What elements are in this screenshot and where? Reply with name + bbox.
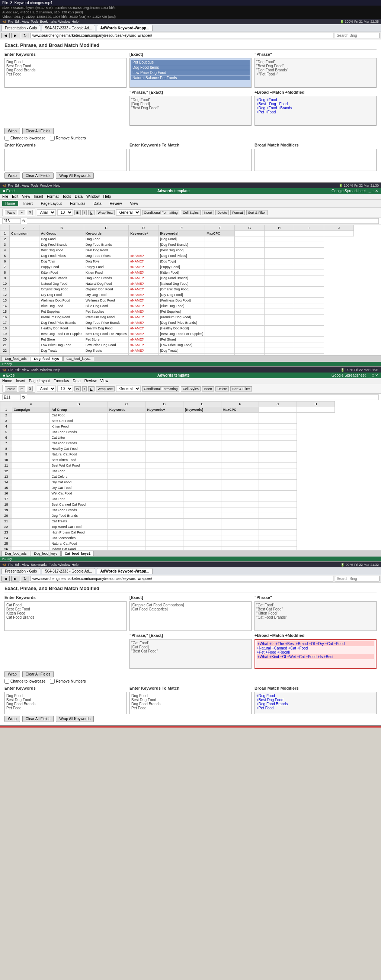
cell2-r26-c5[interactable] [221, 547, 259, 550]
cell2-r21-c5[interactable] [221, 519, 259, 524]
ribbon-insert-1[interactable]: Insert [21, 201, 36, 206]
ribbon-data-1[interactable]: Data [91, 201, 105, 206]
cell-r12-c0[interactable] [10, 292, 40, 298]
menu-edit-2[interactable]: Edit [15, 184, 21, 188]
cell-r2-c5[interactable] [205, 237, 235, 242]
col-g-header[interactable]: G [235, 225, 265, 231]
cell2-r15-c1[interactable]: Dry Cat Food [50, 485, 108, 491]
cell2-r16-c5[interactable] [221, 491, 259, 496]
clear-btn-1[interactable]: Clear All Fields [22, 128, 54, 134]
cell2-r23-c4[interactable] [183, 530, 222, 535]
cell2-r6-c4[interactable] [183, 435, 222, 441]
cell2-r24-c1[interactable]: Cat Accessories [50, 535, 108, 541]
cell2-r20-c2[interactable] [108, 513, 145, 519]
cell-r6-c2[interactable]: Dog Toys [84, 259, 129, 264]
menu-edit-excel-1[interactable]: Edit [12, 194, 18, 199]
cell-r17-c2[interactable]: Dog Food Price Brands [84, 320, 129, 326]
cell2-r11-c4[interactable] [183, 463, 222, 468]
cell2-r4-c5[interactable] [221, 424, 259, 430]
cell-r4-c1[interactable]: Best Dog Food [40, 248, 84, 253]
menu-bookmarks-4[interactable]: Bookmarks [30, 563, 47, 566]
cell2-r8-c1[interactable]: Healthy Cat Food [50, 446, 108, 452]
cell2-r25-c1[interactable]: Natural Cat Food [50, 541, 108, 547]
cell2-r25-c4[interactable] [183, 541, 222, 547]
cell-r17-c0[interactable] [10, 320, 40, 326]
menu-data-excel-2[interactable]: Data [73, 379, 81, 383]
cell2-r19-c3[interactable] [145, 508, 183, 513]
bold-btn-2[interactable]: B [75, 386, 81, 391]
cell2-r19-c1[interactable]: Cat Food Brands [50, 508, 108, 513]
cell-r22-c0[interactable] [10, 348, 40, 353]
cell2-r14-c4[interactable] [183, 480, 222, 485]
cell-r13-c2[interactable]: Wellness Dog Food [84, 298, 129, 303]
cell-r7-c1[interactable]: Puppy Food [40, 264, 84, 270]
cell-r4-c5[interactable] [205, 248, 235, 253]
cell2-r16-c1[interactable]: Wet Cat Food [50, 491, 108, 496]
cell-r9-c3[interactable]: #NAME? [129, 275, 158, 281]
cell-r15-c1[interactable]: Pet Supplies [40, 309, 84, 315]
conditional-format-btn-2[interactable]: Conditional Formatting [142, 386, 180, 391]
cell-r21-c5[interactable] [205, 342, 235, 348]
sort-btn-1[interactable]: Sort & Filter [246, 210, 268, 215]
col-c-header[interactable]: C [84, 225, 129, 231]
cell-r16-c3[interactable]: #NAME? [129, 315, 158, 320]
cell2-r20-c0[interactable] [12, 513, 50, 519]
cell2-r5-c1[interactable]: Cat Food Brands [50, 430, 108, 435]
cell2-r4-c1[interactable]: Kitten Food [50, 424, 108, 430]
cell2-r17-c0[interactable] [12, 496, 50, 502]
checkbox-numbers-3[interactable]: Remove Numbers [50, 679, 86, 684]
cell2-r24-c3[interactable] [145, 535, 183, 541]
cell-r2-c0[interactable] [10, 237, 40, 242]
cell-r22-c5[interactable] [205, 348, 235, 353]
tab-presentation[interactable]: Presentation - Gulp [2, 25, 40, 31]
cell-r10-c2[interactable]: Natural Dog Food [84, 281, 129, 286]
cell-r21-c3[interactable]: #NAME? [129, 342, 158, 348]
forward-button-2[interactable]: ▶ [11, 576, 19, 581]
cell2-r5-c5[interactable] [221, 430, 259, 435]
cell-r4-c3[interactable] [129, 248, 158, 253]
copy-btn-1[interactable]: ⧉ [27, 210, 33, 215]
cell2-r18-c1[interactable]: Best Canned Cat Food [50, 502, 108, 508]
cell-r5-c4[interactable]: [Dog Food Prices] [158, 253, 205, 259]
menu-help-2[interactable]: Help [53, 184, 60, 188]
cell-r10-c3[interactable]: #NAME? [129, 281, 158, 286]
bold-btn-1[interactable]: B [75, 210, 81, 215]
cell-r3-c5[interactable] [205, 242, 235, 248]
cell2-r13-c0[interactable] [12, 474, 50, 480]
cell-r22-c4[interactable]: [Dog Treats] [158, 348, 205, 353]
menu-help-4[interactable]: Help [72, 563, 78, 566]
cell2-r7-c1[interactable]: Cat Food Brands [50, 441, 108, 446]
col-c-header-2[interactable]: C [108, 401, 145, 407]
cell-r19-c3[interactable]: #NAME? [129, 331, 158, 337]
cell2-r21-c0[interactable] [12, 519, 50, 524]
cell2-r7-c0[interactable] [12, 441, 50, 446]
cell-r19-c4[interactable]: [Best Dog Food For Puppies] [158, 331, 205, 337]
cell-r15-c3[interactable]: #NAME? [129, 309, 158, 315]
cell2-r26-c1[interactable]: Indoor Cat Food [50, 547, 108, 550]
cell-r14-c0[interactable] [10, 303, 40, 309]
cell2-r22-c0[interactable] [12, 524, 50, 530]
col-d-header[interactable]: D [129, 225, 158, 231]
cell-r6-c0[interactable] [10, 259, 40, 264]
cell2-r10-c1[interactable]: Best Kitten Food [50, 457, 108, 463]
cell2-r26-c4[interactable] [183, 547, 222, 550]
cell2-r5-c3[interactable] [145, 430, 183, 435]
cell2-r8-c3[interactable] [145, 446, 183, 452]
menu-pagelayout-excel-2[interactable]: Page Layout [29, 379, 50, 383]
cell-r14-c5[interactable] [205, 303, 235, 309]
cell-r18-c1[interactable]: Healthy Dog Food [40, 326, 84, 331]
cut-btn-1[interactable]: ✂ [19, 210, 25, 215]
cell2-r9-c3[interactable] [145, 452, 183, 457]
tab-adwords-wrapper-2[interactable]: AdWords Keyword-Wrapp... [97, 568, 153, 574]
cell-ref-input-1[interactable] [2, 218, 21, 224]
cell2-r22-c4[interactable] [183, 524, 222, 530]
cell-r15-c0[interactable] [10, 309, 40, 315]
cell2-r12-c1[interactable]: Cat Food [50, 468, 108, 474]
cell2-r11-c3[interactable] [145, 463, 183, 468]
cell2-r8-c2[interactable] [108, 446, 145, 452]
col-f-header[interactable]: F [205, 225, 235, 231]
cell2-r12-c5[interactable] [221, 468, 259, 474]
menu-view-4[interactable]: View [22, 563, 29, 566]
cell2-r17-c5[interactable] [221, 496, 259, 502]
cell2-r20-c4[interactable] [183, 513, 222, 519]
